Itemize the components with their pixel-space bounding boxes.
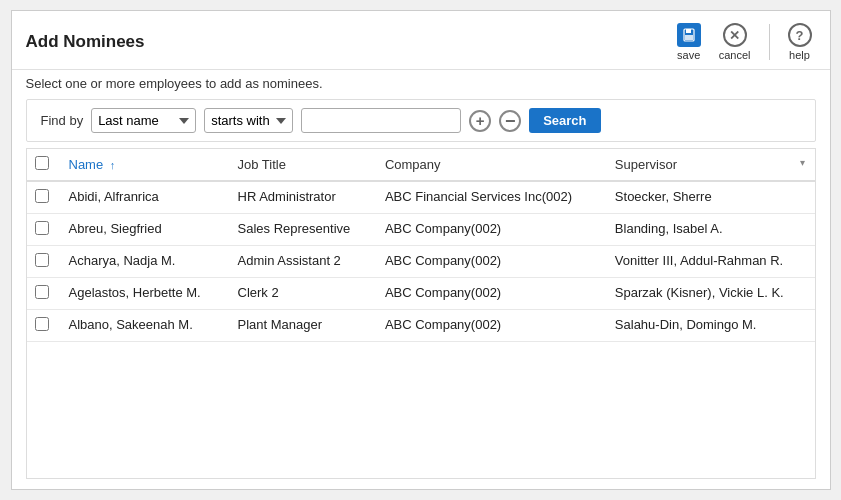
add-nominees-modal: Add Nominees save ✕ [11, 10, 831, 490]
header-checkbox-col [27, 149, 59, 181]
row-supervisor: Blanding, Isabel A. [605, 214, 815, 246]
save-button[interactable]: save [673, 21, 705, 63]
header-actions: save ✕ cancel ? help [673, 21, 816, 63]
find-by-label: Find by [41, 113, 84, 128]
search-button[interactable]: Search [529, 108, 600, 133]
table-body: Abidi, AlfranricaHR AdministratorABC Fin… [27, 181, 815, 342]
search-input[interactable] [301, 108, 461, 133]
select-all-checkbox[interactable] [35, 156, 49, 170]
row-name: Acharya, Nadja M. [59, 246, 228, 278]
row-supervisor: Vonitter III, Addul-Rahman R. [605, 246, 815, 278]
row-job-title: Plant Manager [228, 310, 375, 342]
row-checkbox[interactable] [35, 253, 49, 267]
row-checkbox[interactable] [35, 285, 49, 299]
row-supervisor: Salahu-Din, Domingo M. [605, 310, 815, 342]
modal-header: Add Nominees save ✕ [12, 11, 830, 70]
row-checkbox-cell [27, 246, 59, 278]
field-select[interactable]: Last name First name Employee ID [91, 108, 196, 133]
table-row: Agelastos, Herbette M.Clerk 2ABC Company… [27, 278, 815, 310]
row-name: Albano, Sakeenah M. [59, 310, 228, 342]
employees-table-container[interactable]: Name ↑ Job Title Company Supervisor ▾ Ab… [26, 148, 816, 479]
filter-bar: Find by Last name First name Employee ID… [26, 99, 816, 142]
row-name: Abidi, Alfranrica [59, 181, 228, 214]
name-sort-arrow: ↑ [110, 159, 116, 171]
row-name: Agelastos, Herbette M. [59, 278, 228, 310]
row-job-title: HR Administrator [228, 181, 375, 214]
header-job-title: Job Title [228, 149, 375, 181]
table-header-row: Name ↑ Job Title Company Supervisor ▾ [27, 149, 815, 181]
operator-select[interactable]: starts with contains equals [204, 108, 293, 133]
save-label: save [677, 49, 700, 61]
modal-subtitle: Select one or more employees to add as n… [12, 70, 830, 99]
table-row: Acharya, Nadja M.Admin Assistant 2ABC Co… [27, 246, 815, 278]
row-company: ABC Company(002) [375, 246, 605, 278]
row-supervisor: Sparzak (Kisner), Vickie L. K. [605, 278, 815, 310]
header-name: Name ↑ [59, 149, 228, 181]
row-job-title: Sales Representive [228, 214, 375, 246]
cancel-icon: ✕ [723, 23, 747, 47]
help-label: help [789, 49, 810, 61]
help-icon: ? [788, 23, 812, 47]
row-company: ABC Company(002) [375, 214, 605, 246]
row-checkbox-cell [27, 214, 59, 246]
header-supervisor: Supervisor ▾ [605, 149, 815, 181]
row-checkbox-cell [27, 278, 59, 310]
table-row: Abidi, AlfranricaHR AdministratorABC Fin… [27, 181, 815, 214]
modal-title: Add Nominees [26, 32, 145, 52]
row-company: ABC Financial Services Inc(002) [375, 181, 605, 214]
add-filter-button[interactable]: + [469, 110, 491, 132]
row-checkbox-cell [27, 181, 59, 214]
remove-filter-button[interactable]: − [499, 110, 521, 132]
row-checkbox-cell [27, 310, 59, 342]
name-sort-button[interactable]: Name ↑ [69, 157, 116, 172]
table-row: Abreu, SiegfriedSales RepresentiveABC Co… [27, 214, 815, 246]
table-row: Albano, Sakeenah M.Plant ManagerABC Comp… [27, 310, 815, 342]
employees-table: Name ↑ Job Title Company Supervisor ▾ Ab… [27, 149, 815, 342]
svg-rect-2 [685, 35, 693, 40]
row-checkbox[interactable] [35, 317, 49, 331]
row-company: ABC Company(002) [375, 310, 605, 342]
row-checkbox[interactable] [35, 189, 49, 203]
row-job-title: Clerk 2 [228, 278, 375, 310]
row-supervisor: Stoecker, Sherre [605, 181, 815, 214]
save-icon [677, 23, 701, 47]
svg-rect-1 [686, 29, 691, 33]
supervisor-dropdown-icon[interactable]: ▾ [800, 157, 805, 168]
row-job-title: Admin Assistant 2 [228, 246, 375, 278]
row-name: Abreu, Siegfried [59, 214, 228, 246]
help-button[interactable]: ? help [784, 21, 816, 63]
row-company: ABC Company(002) [375, 278, 605, 310]
header-divider [769, 24, 770, 60]
header-company: Company [375, 149, 605, 181]
cancel-button[interactable]: ✕ cancel [715, 21, 755, 63]
cancel-label: cancel [719, 49, 751, 61]
row-checkbox[interactable] [35, 221, 49, 235]
